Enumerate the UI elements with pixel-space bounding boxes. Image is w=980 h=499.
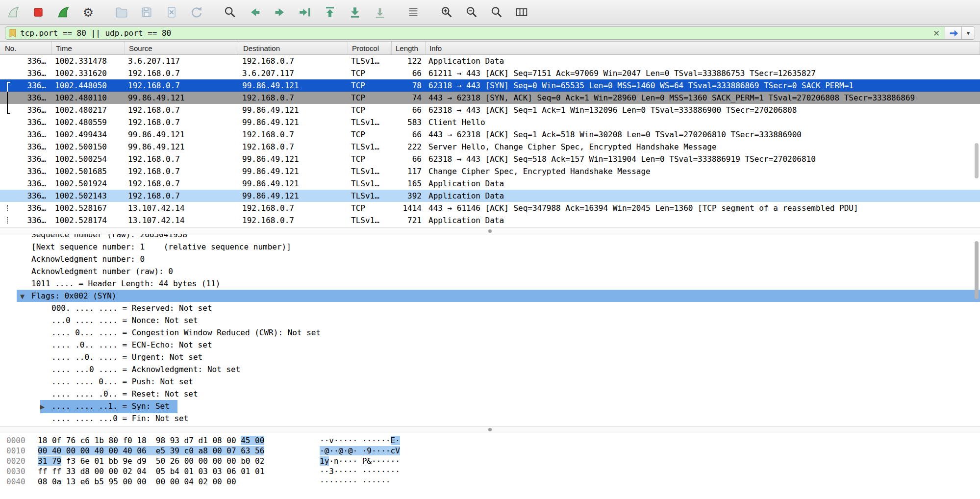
packet-row[interactable]: 336… 1002.501685 192.168.0.7 99.86.49.12…	[0, 165, 980, 177]
column-header[interactable]: Length	[392, 42, 426, 54]
hex-row[interactable]: 0030 ff ff 33 d8 00 00 02 04 05 b4 01 03…	[6, 466, 980, 476]
detail-row[interactable]: .... ...0 .... = Acknowledgment: Not set	[0, 363, 980, 375]
hex-bytes: 00 40 00 00 40 00 40 06 e5 39 c0 a8 00 0…	[38, 446, 320, 456]
auto-scroll-icon[interactable]	[372, 4, 388, 21]
packet-row[interactable]: 336… 1002.499434 99.86.49.121 192.168.0.…	[0, 128, 980, 141]
filter-band: tcp.port == 80 || udp.port == 80 ✕ ▾	[0, 25, 980, 42]
packet-row[interactable]: 336… 1002.480217 192.168.0.7 99.86.49.12…	[0, 104, 980, 116]
go-last-packet-icon[interactable]	[347, 4, 363, 21]
cell-no: 336…	[0, 153, 52, 165]
packet-row[interactable]: 336… 1002.528167 13.107.42.14 192.168.0.…	[0, 202, 980, 214]
cell-destination: 192.168.0.7	[239, 202, 348, 214]
detail-row[interactable]: Acknowledgment number: 0	[0, 253, 980, 265]
hex-segment: ff ff 33 d8 00 00 02 04 05 b4 01 03 03 0…	[38, 467, 264, 476]
cell-length: 66	[392, 67, 426, 79]
packet-list-scrollbar[interactable]	[975, 143, 979, 178]
cell-time: 1002.331478	[52, 55, 125, 67]
detail-row[interactable]: .... 0... .... = Congestion Window Reduc…	[0, 326, 980, 339]
go-to-packet-icon[interactable]	[297, 4, 313, 21]
cell-length: 583	[392, 116, 426, 128]
packet-row[interactable]: 336… 1002.480559 192.168.0.7 99.86.49.12…	[0, 116, 980, 128]
packet-row[interactable]: 336… 1002.448050 192.168.0.7 99.86.49.12…	[0, 79, 980, 92]
colorize-icon[interactable]	[405, 4, 422, 21]
cell-source: 99.86.49.121	[125, 128, 239, 141]
detail-row[interactable]: ▼Flags: 0x002 (SYN)	[0, 290, 980, 302]
column-header[interactable]: Protocol	[348, 42, 392, 54]
zoom-in-icon[interactable]	[438, 4, 455, 21]
detail-row[interactable]: .... .... ...0 = Fin: Not set	[0, 412, 980, 424]
conversation-mark	[7, 217, 10, 224]
detail-row[interactable]: Sequence number (raw): 2665041958	[0, 234, 980, 241]
packet-row[interactable]: 336… 1002.500254 192.168.0.7 99.86.49.12…	[0, 153, 980, 165]
restart-capture-icon[interactable]	[55, 4, 72, 21]
filter-input[interactable]: tcp.port == 80 || udp.port == 80	[5, 27, 928, 39]
detail-row[interactable]: ▶.... .... ..1. = Syn: Set	[0, 400, 980, 412]
hex-offset: 0040	[6, 476, 38, 487]
detail-row[interactable]: .... .... .0.. = Reset: Not set	[0, 388, 980, 400]
filter-dropdown-button[interactable]: ▾	[961, 27, 975, 39]
packet-row[interactable]: 336… 1002.528174 13.107.42.14 192.168.0.…	[0, 214, 980, 226]
column-header[interactable]: Destination	[239, 42, 348, 54]
go-back-icon[interactable]	[247, 4, 263, 21]
packet-row[interactable]: 336… 1002.331620 192.168.0.7 3.6.207.117…	[0, 67, 980, 79]
detail-row[interactable]: .... ..0. .... = Urgent: Not set	[0, 351, 980, 363]
go-first-packet-icon[interactable]	[322, 4, 338, 21]
detail-row[interactable]: .... .... 0... = Push: Not set	[0, 375, 980, 388]
filter-clear-icon[interactable]: ✕	[928, 27, 945, 39]
details-scrollbar[interactable]	[975, 241, 979, 299]
detail-row[interactable]: Acknowledgment number (raw): 0	[0, 265, 980, 277]
expander-icon[interactable]: ▼	[20, 291, 31, 303]
column-header[interactable]: Info	[426, 42, 980, 54]
cell-destination: 99.86.49.121	[239, 104, 348, 116]
detail-row[interactable]: ...0 .... .... = Nonce: Not set	[0, 314, 980, 326]
save-file-icon[interactable]	[138, 4, 155, 21]
detail-row[interactable]: [Next sequence number: 1 (relative seque…	[0, 241, 980, 253]
detail-row[interactable]: .... .0.. .... = ECN-Echo: Not set	[0, 339, 980, 351]
column-header[interactable]: Time	[52, 42, 125, 54]
packet-row[interactable]: 336… 1002.331478 3.6.207.117 192.168.0.7…	[0, 55, 980, 67]
details-splitter[interactable]	[0, 426, 980, 432]
cell-protocol: TCP	[348, 79, 392, 92]
find-packet-icon[interactable]	[222, 4, 238, 21]
ascii-segment: 1y	[320, 456, 329, 466]
zoom-reset-icon[interactable]	[488, 4, 505, 21]
expander-icon[interactable]: ▶	[40, 401, 51, 413]
cell-length: 78	[392, 79, 426, 92]
filter-apply-icon[interactable]	[945, 27, 961, 39]
capture-options-icon[interactable]: ⚙	[80, 4, 97, 21]
cell-destination: 3.6.207.117	[239, 67, 348, 79]
filter-bookmark-icon[interactable]	[5, 29, 20, 38]
detail-row[interactable]: 1011 .... = Header Length: 44 bytes (11)	[0, 277, 980, 290]
packet-row[interactable]: 336… 1002.502143 192.168.0.7 99.86.49.12…	[0, 190, 980, 202]
wireshark-window: ⚙	[0, 0, 980, 499]
open-file-icon[interactable]	[113, 4, 130, 21]
stop-capture-icon[interactable]	[30, 4, 47, 21]
column-header[interactable]: No.	[0, 42, 52, 54]
hex-row[interactable]: 0000 18 0f 76 c6 1b 80 f0 18 98 93 d7 d1…	[6, 435, 980, 446]
column-header[interactable]: Source	[125, 42, 239, 54]
packet-row[interactable]: 336… 1002.500150 99.86.49.121 192.168.0.…	[0, 141, 980, 153]
packet-row[interactable]: 336… 1002.501924 192.168.0.7 99.86.49.12…	[0, 177, 980, 190]
cell-info: 62318 → 443 [ACK] Seq=1 Ack=1 Win=132096…	[426, 104, 980, 116]
hex-offset: 0010	[6, 446, 38, 456]
detail-text: .... .... ..1. = Syn: Set	[51, 401, 170, 411]
ascii-segment: E·	[391, 436, 400, 445]
cell-length: 122	[392, 55, 426, 67]
start-capture-icon[interactable]	[5, 4, 22, 21]
hex-bytes: 08 0a 13 e6 b5 95 00 00 00 00 04 02 00 0…	[38, 476, 320, 487]
hex-row[interactable]: 0010 00 40 00 00 40 00 40 06 e5 39 c0 a8…	[6, 446, 980, 456]
resize-columns-icon[interactable]	[513, 4, 530, 21]
zoom-out-icon[interactable]	[463, 4, 480, 21]
go-forward-icon[interactable]	[272, 4, 288, 21]
hex-row[interactable]: 0040 08 0a 13 e6 b5 95 00 00 00 00 04 02…	[6, 476, 980, 487]
detail-text: .... .... .0.. = Reset: Not set	[51, 389, 198, 399]
detail-text: 000. .... .... = Reserved: Not set	[51, 303, 212, 313]
packet-list-splitter[interactable]	[0, 227, 980, 234]
packet-row[interactable]: 336… 1002.480110 99.86.49.121 192.168.0.…	[0, 92, 980, 104]
cell-time: 1002.480110	[52, 92, 125, 104]
detail-row[interactable]: 000. .... .... = Reserved: Not set	[0, 302, 980, 314]
hex-row[interactable]: 0020 31 79 f3 6e 01 bb 9e d9 50 26 00 00…	[6, 456, 980, 466]
reload-file-icon[interactable]	[188, 4, 205, 21]
cell-info: 443 → 61146 [ACK] Seq=347988 Ack=16394 W…	[426, 202, 980, 214]
close-file-icon[interactable]	[163, 4, 180, 21]
